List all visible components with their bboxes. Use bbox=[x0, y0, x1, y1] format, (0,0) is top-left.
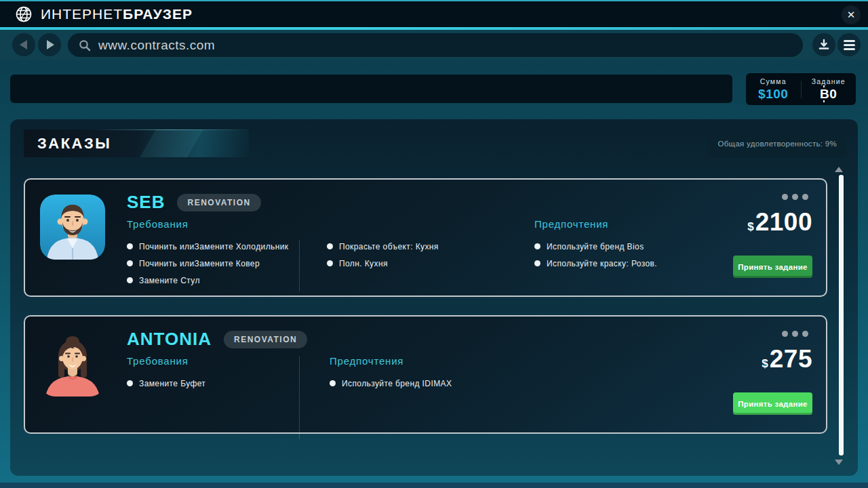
card-column-preferences: ПредпочтенияИспользуйте бренд IDIMAX bbox=[299, 355, 680, 431]
task-item-label: Починить илиЗамените Холодильник bbox=[139, 241, 289, 252]
card-options-button[interactable] bbox=[782, 331, 808, 337]
card-options-button[interactable] bbox=[782, 194, 808, 200]
dot-icon bbox=[792, 194, 798, 200]
card-main: ANTONIA RENOVATION ТребованияЗамените Бу… bbox=[127, 329, 680, 431]
browser-toolbar: www.contracts.com bbox=[0, 30, 868, 60]
money-label: Сумма bbox=[746, 77, 801, 85]
task-item: Используйте бренд IDIMAX bbox=[330, 378, 680, 389]
back-icon bbox=[20, 40, 27, 49]
download-icon bbox=[818, 39, 830, 51]
task-item: Покрасьте объект: Кухня bbox=[327, 241, 534, 252]
task-item: Используйте бренд Bios bbox=[534, 241, 680, 252]
avatar-woman-illustration bbox=[40, 331, 105, 396]
column-header: Предпочтения bbox=[534, 218, 680, 238]
task-count: 0 bbox=[829, 87, 837, 101]
contracts-panel: ЗАКАЗЫ Общая удовлетворенность: 9% bbox=[10, 119, 858, 476]
accept-task-button[interactable]: Принять задание bbox=[733, 392, 812, 415]
forward-button[interactable] bbox=[38, 33, 61, 56]
browser-title-bar: ИНТЕРНЕТБРАУЗЕР ✕ bbox=[0, 0, 868, 27]
address-bar[interactable]: www.contracts.com bbox=[68, 33, 803, 57]
dot-icon bbox=[782, 331, 788, 337]
column-header: Требования bbox=[127, 218, 299, 238]
task-item: Починить илиЗамените Холодильник bbox=[127, 241, 299, 252]
bullet-icon bbox=[330, 380, 336, 386]
name-row: SEB RENOVATION bbox=[127, 192, 680, 213]
dot-icon bbox=[802, 331, 808, 337]
task-item-label: Починить илиЗамените Ковер bbox=[139, 258, 260, 269]
card-column-requirements: ТребованияЗамените Буфет bbox=[127, 355, 299, 431]
dot-icon bbox=[792, 331, 798, 337]
download-button[interactable] bbox=[812, 33, 835, 56]
url-text: www.contracts.com bbox=[98, 38, 215, 53]
close-button[interactable]: ✕ bbox=[842, 5, 861, 24]
client-name: ANTONIA bbox=[127, 329, 212, 350]
orders-header: ЗАКАЗЫ bbox=[24, 129, 249, 157]
task-item-label: Покрасьте объект: Кухня bbox=[339, 241, 439, 252]
task-item: Замените Стул bbox=[127, 275, 299, 286]
task-item-label: Замените Буфет bbox=[139, 378, 205, 389]
task-item: Полн. Кухня bbox=[327, 258, 534, 269]
hamburger-icon bbox=[844, 40, 855, 50]
close-icon: ✕ bbox=[847, 9, 856, 21]
client-name: SEB bbox=[127, 192, 165, 213]
price: $2100 bbox=[747, 208, 812, 237]
avatar-man-illustration bbox=[40, 195, 105, 260]
menu-button[interactable] bbox=[837, 33, 861, 56]
dot-icon bbox=[802, 194, 808, 200]
task-item-label: Полн. Кухня bbox=[339, 258, 388, 269]
app-title: ИНТЕРНЕТБРАУЗЕР bbox=[41, 6, 193, 22]
column-header bbox=[327, 218, 534, 238]
task-item: Починить илиЗамените Ковер bbox=[127, 258, 299, 269]
contract-type-badge: RENOVATION bbox=[224, 331, 307, 348]
bullet-icon bbox=[534, 243, 540, 249]
task-stat: Задание B0 bbox=[802, 77, 856, 102]
contract-type-badge: RENOVATION bbox=[177, 194, 260, 211]
money-value: $100 bbox=[746, 87, 801, 102]
forward-icon bbox=[47, 40, 54, 49]
price-currency: $ bbox=[762, 357, 768, 371]
money-stat: Сумма $100 bbox=[746, 77, 801, 102]
bullet-icon bbox=[327, 243, 333, 249]
name-row: ANTONIA RENOVATION bbox=[127, 329, 680, 350]
price-currency: $ bbox=[747, 220, 753, 234]
task-item-label: Замените Стул bbox=[139, 275, 200, 286]
scroll-up-icon[interactable] bbox=[835, 167, 843, 172]
card-column-requirements: ТребованияПочинить илиЗамените Холодильн… bbox=[127, 218, 299, 294]
price-amount: 2100 bbox=[755, 208, 812, 237]
task-item: Используйте краску: Розов. bbox=[534, 258, 680, 269]
card-main: SEB RENOVATION ТребованияПочинить илиЗам… bbox=[127, 192, 680, 294]
price: $275 bbox=[762, 345, 812, 373]
globe-icon bbox=[15, 5, 33, 23]
back-button[interactable] bbox=[12, 33, 35, 56]
column-header: Требования bbox=[127, 355, 299, 375]
column-header: Предпочтения bbox=[330, 355, 680, 375]
stats-panel: Сумма $100 Задание B0 bbox=[746, 73, 856, 105]
accept-task-button[interactable]: Принять задание bbox=[733, 256, 812, 278]
app-title-bold: БРАУЗЕР bbox=[123, 6, 193, 22]
task-item: Замените Буфет bbox=[127, 378, 299, 389]
scroll-down-icon[interactable] bbox=[835, 460, 843, 465]
orders-title: ЗАКАЗЫ bbox=[37, 135, 111, 152]
avatar bbox=[40, 195, 105, 260]
app-title-regular: ИНТЕРНЕТ bbox=[41, 6, 123, 22]
bullet-icon bbox=[327, 260, 333, 266]
bullet-icon bbox=[127, 260, 133, 266]
card-columns: ТребованияПочинить илиЗамените Холодильн… bbox=[127, 218, 680, 294]
scrollbar-thumb[interactable] bbox=[839, 175, 844, 455]
search-icon bbox=[79, 39, 91, 52]
task-item-label: Используйте бренд Bios bbox=[547, 241, 644, 252]
dot-icon bbox=[782, 194, 788, 200]
contract-card: SEB RENOVATION ТребованияПочинить илиЗам… bbox=[24, 178, 827, 297]
avatar bbox=[40, 331, 105, 396]
task-label: Задание bbox=[802, 77, 856, 85]
task-item-label: Используйте бренд IDIMAX bbox=[342, 378, 452, 389]
bullet-icon bbox=[534, 260, 540, 266]
price-amount: 275 bbox=[770, 345, 812, 373]
card-columns: ТребованияЗамените БуфетПредпочтенияИспо… bbox=[127, 355, 680, 431]
card-column-preferences: ПредпочтенияИспользуйте бренд BiosИсполь… bbox=[534, 218, 680, 294]
task-value: B0 bbox=[802, 87, 856, 102]
empty-tab-strip bbox=[10, 75, 732, 103]
satisfaction-badge: Общая удовлетворенность: 9% bbox=[708, 129, 846, 157]
bitcoin-icon: B bbox=[820, 87, 829, 102]
task-item-label: Используйте краску: Розов. bbox=[547, 258, 657, 269]
